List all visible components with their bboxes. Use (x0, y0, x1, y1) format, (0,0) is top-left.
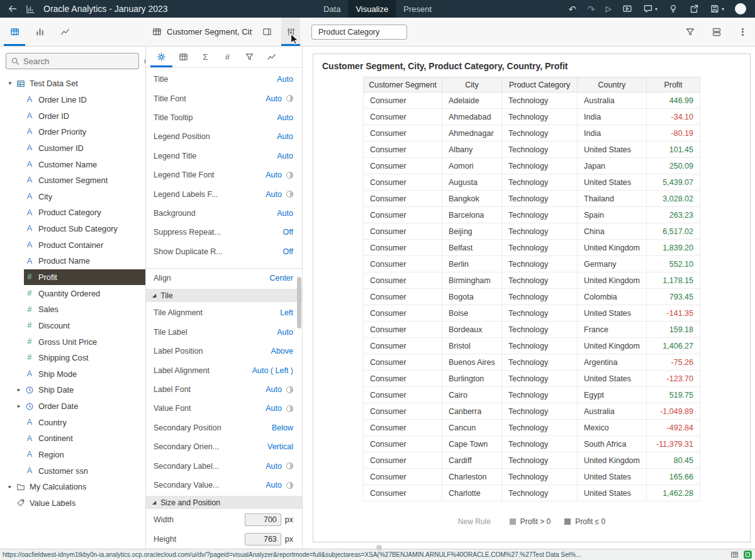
property-value[interactable]: Auto (277, 75, 293, 84)
search-input[interactable] (23, 57, 134, 66)
property-value[interactable]: Auto (277, 209, 293, 218)
redo-icon[interactable]: ↷ (587, 4, 595, 14)
table-row[interactable]: Consumer Birmingham Technology United Ki… (364, 272, 700, 289)
tree-item[interactable]: ▸ Order Date (0, 398, 145, 415)
column-header[interactable]: Country (578, 77, 647, 92)
table-row[interactable]: Consumer Barcelona Technology Spain 263.… (364, 207, 700, 223)
tree-item[interactable]: A Order ID (0, 108, 145, 124)
legend-item[interactable]: Profit ≤ 0 (564, 517, 605, 526)
save-menu[interactable]: ▾ (710, 4, 724, 14)
table-row[interactable]: Consumer Buenos Aires Technology Argenti… (364, 354, 700, 371)
properties-tab[interactable]: Σ (194, 47, 216, 67)
new-rule-button[interactable]: New Rule (458, 517, 491, 526)
table-row[interactable]: Consumer Bristol Technology United Kingd… (364, 338, 700, 354)
canvas-settings-icon[interactable] (712, 27, 722, 37)
tree-item[interactable]: A Product Category (0, 204, 145, 221)
property-value[interactable]: Center (269, 274, 293, 283)
expand-closed-icon[interactable]: ▸ (18, 403, 21, 409)
status-grid-icon[interactable] (730, 551, 739, 559)
expand-closed-icon[interactable]: ▸ (9, 484, 12, 490)
insights-icon[interactable] (668, 4, 678, 14)
table-row[interactable]: Consumer Burlington Technology United St… (364, 371, 700, 387)
status-extension-icon[interactable] (744, 551, 752, 559)
font-override-icon[interactable] (286, 462, 293, 469)
topbar-menu-item[interactable]: Data (316, 0, 348, 18)
scrollbar-thumb[interactable] (297, 277, 301, 328)
tree-item[interactable]: A Customer ID (0, 140, 145, 157)
kebab-menu-icon[interactable]: ⋮ (738, 27, 747, 36)
tab-visualizations[interactable] (29, 18, 50, 46)
table-row[interactable]: Consumer Bangkok Technology Thailand 3,0… (364, 191, 700, 207)
tree-item[interactable]: A Continent (0, 430, 145, 447)
table-row[interactable]: Consumer Ahmednagar Technology India -80… (364, 125, 700, 142)
tree-item[interactable]: # Quantity Ordered (0, 285, 145, 301)
tree-item[interactable]: A Order Priority (0, 124, 145, 140)
undo-icon[interactable]: ↶ (569, 4, 577, 14)
font-override-icon[interactable] (286, 405, 293, 412)
tree-item[interactable]: # Shipping Cost (0, 350, 145, 366)
font-override-icon[interactable] (286, 482, 293, 489)
comments-menu[interactable]: ▾ (643, 4, 657, 14)
tree-item[interactable]: A Region (0, 447, 145, 463)
table-row[interactable]: Consumer Cairo Technology Egypt 519.75 (364, 387, 700, 403)
table-row[interactable]: Consumer Canberra Technology Australia -… (364, 403, 700, 420)
tree-item[interactable]: ▸ Ship Date (0, 382, 145, 398)
tree-item[interactable]: A Customer Name (0, 156, 145, 172)
save-icon[interactable] (710, 4, 720, 14)
panel-toggle-icon[interactable] (257, 18, 276, 46)
tree-item[interactable]: # Gross Unit Price (0, 333, 145, 350)
present-screen-icon[interactable] (622, 4, 632, 14)
tree-item[interactable]: A Product Container (0, 237, 145, 253)
property-section-header[interactable]: ◢ Size and Position (146, 496, 302, 509)
tree-item[interactable]: A Ship Mode (0, 366, 145, 383)
properties-tab[interactable] (150, 47, 172, 67)
property-value[interactable]: Auto (266, 190, 282, 199)
dimension-input[interactable] (245, 533, 281, 546)
back-icon[interactable] (8, 4, 18, 14)
tree-item[interactable]: A Order Line ID (0, 92, 145, 108)
tree-item[interactable]: A City (0, 188, 145, 204)
table-row[interactable]: Consumer Cardiff Technology United Kingd… (364, 452, 700, 469)
property-value[interactable]: Auto (277, 132, 293, 141)
table-row[interactable]: Consumer Beijing Technology China 6,517.… (364, 223, 700, 240)
property-value[interactable]: Vertical (267, 442, 293, 451)
properties-tab[interactable] (238, 47, 260, 67)
font-override-icon[interactable] (286, 386, 293, 393)
property-value[interactable]: Auto (266, 462, 282, 471)
tree-item[interactable]: Value Labels (0, 495, 145, 512)
tab-analytics[interactable] (54, 18, 76, 46)
run-icon[interactable]: ▷ (606, 5, 612, 13)
dimension-input[interactable] (245, 513, 281, 526)
table-row[interactable]: Consumer Cancun Technology Mexico -492.8… (364, 420, 700, 436)
column-header[interactable]: Profit (646, 77, 700, 92)
table-row[interactable]: Consumer Charleston Technology United St… (364, 469, 700, 485)
table-row[interactable]: Consumer Charlotte Technology United Sta… (364, 485, 700, 501)
legend-item[interactable]: Profit > 0 (510, 517, 551, 526)
table-row[interactable]: Consumer Ahmedabad Technology India -34.… (364, 109, 700, 125)
filter-chip-product-category[interactable]: Product Category (311, 25, 407, 40)
property-value[interactable]: Auto (266, 385, 282, 394)
table-row[interactable]: Consumer Berlin Technology Germany 552.1… (364, 256, 700, 272)
font-override-icon[interactable] (286, 191, 293, 198)
tree-item[interactable]: ▸ My Calculations (0, 479, 145, 495)
avatar[interactable] (735, 3, 746, 14)
table-row[interactable]: Consumer Cape Town Technology South Afri… (364, 436, 700, 452)
property-value[interactable]: Off (283, 247, 293, 256)
table-row[interactable]: Consumer Bogota Technology Colombia 793.… (364, 289, 700, 305)
tab-data-elements[interactable] (4, 18, 25, 46)
topbar-menu-item[interactable]: Present (396, 0, 439, 18)
properties-tab[interactable]: # (216, 47, 238, 67)
property-value[interactable]: Auto (266, 404, 282, 413)
column-header[interactable]: Customer Segment (364, 77, 442, 92)
tree-item[interactable]: # Sales (0, 301, 145, 318)
expand-open-icon[interactable]: ▾ (9, 81, 12, 86)
property-value[interactable]: Auto (266, 94, 282, 103)
table-row[interactable]: Consumer Boise Technology United States … (364, 305, 700, 322)
comments-icon[interactable] (643, 4, 653, 14)
property-value[interactable]: Auto (266, 481, 282, 490)
table-row[interactable]: Consumer Belfast Technology United Kingd… (364, 240, 700, 256)
property-value[interactable]: Auto (277, 328, 293, 337)
properties-panel-icon[interactable] (281, 18, 300, 46)
property-section-header[interactable]: ◢ Tile (146, 289, 302, 302)
tree-item[interactable]: ▾ Test Data Set (0, 76, 145, 92)
